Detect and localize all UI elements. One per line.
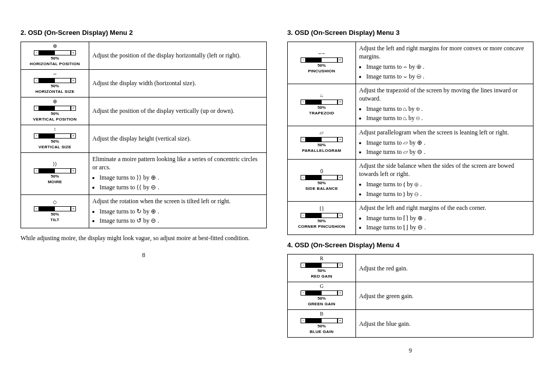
slider-tilt: ◇ -+ 50% TILT xyxy=(34,200,76,222)
section-heading-menu3: 3. OSD (On-Screen Display) Menu 3 xyxy=(287,29,533,36)
desc-cornerpin: Adjust the left and right margins of the… xyxy=(356,201,533,235)
section-heading-menu4: 4. OSD (On-Screen Display) Menu 4 xyxy=(287,241,533,249)
trapezoid-icon: ⏢ xyxy=(301,93,343,99)
slider-pincushion: ⌣⌢ -+ 50% PINCUSHION xyxy=(301,51,343,73)
slider-sidebalance: ⦅⦆ -+ 50% SIDE BALANCE xyxy=(301,169,343,191)
slider-cornerpin: ⌈⌉ -+ 50% CORNER PINCUSHION xyxy=(298,207,345,229)
table-row: ⊕ -+ 50% VERTICAL POSITION Adjust the po… xyxy=(21,97,267,125)
slider-hsize: ↔ -+ 50% HORIZONTAL SIZE xyxy=(34,72,76,94)
table-row: ⌣⌢ -+ 50% PINCUSHION Adjust the left and… xyxy=(288,42,533,84)
desc-trapezoid: Adjust the trapezoid of the screen by mo… xyxy=(356,84,533,126)
redgain-icon: R xyxy=(301,257,343,262)
slider-trapezoid: ⏢ -+ 50% TRAPEZOID xyxy=(301,93,343,115)
slider-moire: ⟩⟩ -+ 50% MOIRE xyxy=(34,162,76,184)
hsize-icon: ↔ xyxy=(34,72,76,77)
vpos-icon: ⊕ xyxy=(33,100,76,105)
section-heading-menu2: 2. OSD (On-Screen Display) Menu 2 xyxy=(21,29,267,36)
table-row: G -+ 50% GREEN GAIN Adjust the green gai… xyxy=(288,282,533,310)
page-number-left: 8 xyxy=(21,251,267,259)
table-row: R -+ 50% RED GAIN Adjust the red gain. xyxy=(288,254,533,282)
table-row: ▱ -+ 50% PARALLELOGRAM Adjust parallelog… xyxy=(288,126,533,160)
slider-greengain: G -+ 50% GREEN GAIN xyxy=(301,284,343,306)
table-row: B -+ 50% BLUE GAIN Adjust the blue gain. xyxy=(288,310,533,338)
desc-pincushion: Adjust the left and right margins for mo… xyxy=(356,42,533,84)
slider-parallelogram: ▱ -+ 50% PARALLELOGRAM xyxy=(301,131,343,153)
slider-redgain: R -+ 50% RED GAIN xyxy=(301,257,343,279)
pincushion-icon: ⌣⌢ xyxy=(301,51,343,56)
desc-hsize: Adjust the display width (horizontal siz… xyxy=(89,70,267,97)
desc-vpos: Adjust the position of the display verti… xyxy=(89,97,267,125)
table-row: ↔ -+ 50% HORIZONTAL SIZE Adjust the disp… xyxy=(21,70,267,97)
desc-hpos: Adjust the position of the display horiz… xyxy=(89,42,267,70)
desc-parallelogram: Adjust parallelogram when the screen is … xyxy=(356,126,533,160)
table-row: ⦅⦆ -+ 50% SIDE BALANCE Adjust the side b… xyxy=(288,160,533,202)
sidebalance-icon: ⦅⦆ xyxy=(301,169,343,174)
page-number-right: 9 xyxy=(287,347,533,355)
desc-moire: Eliminate a moire pattern looking like a… xyxy=(89,153,267,195)
table-row: ⌈⌉ -+ 50% CORNER PINCUSHION Adjust the l… xyxy=(288,201,533,235)
desc-tilt: Adjust the rotation when the screen is t… xyxy=(89,194,267,228)
table-row: ⏢ -+ 50% TRAPEZOID Adjust the trapezoid … xyxy=(288,84,533,126)
table-row: ◇ -+ 50% TILT Adjust the rotation when t… xyxy=(21,194,267,228)
desc-sidebalance: Adjust the side balance when the sides o… xyxy=(356,160,533,202)
slider-hpos: ⊕ -+ 50% HORIZONTAL POSITION xyxy=(30,44,80,66)
desc-vsize: Adjust the display height (vertical size… xyxy=(89,125,267,153)
slider-vpos: ⊕ -+ 50% VERTICAL POSITION xyxy=(33,100,76,122)
osd-table-menu3: ⌣⌢ -+ 50% PINCUSHION Adjust the left and… xyxy=(287,42,533,235)
document-spread: 2. OSD (On-Screen Display) Menu 2 ⊕ -+ 5… xyxy=(0,0,554,365)
page-right: 3. OSD (On-Screen Display) Menu 3 ⌣⌢ -+ … xyxy=(287,26,533,355)
vsize-icon: ↕ xyxy=(34,127,76,132)
table-row: ⟩⟩ -+ 50% MOIRE Eliminate a moire patter… xyxy=(21,153,267,195)
hpos-icon: ⊕ xyxy=(30,44,80,49)
greengain-icon: G xyxy=(301,284,343,289)
tilt-icon: ◇ xyxy=(34,200,76,205)
desc-greengain: Adjust the green gain. xyxy=(356,282,533,310)
table-row: ⊕ -+ 50% HORIZONTAL POSITION Adjust the … xyxy=(21,42,267,70)
desc-bluegain: Adjust the blue gain. xyxy=(356,310,533,338)
osd-table-menu2: ⊕ -+ 50% HORIZONTAL POSITION Adjust the … xyxy=(21,42,267,228)
slider-vsize: ↕ -+ 50% VERTICAL SIZE xyxy=(34,127,76,149)
parallelogram-icon: ▱ xyxy=(301,131,343,136)
slider-bluegain: B -+ 50% BLUE GAIN xyxy=(301,312,343,334)
bluegain-icon: B xyxy=(301,312,343,317)
cornerpin-icon: ⌈⌉ xyxy=(298,207,345,212)
moire-icon: ⟩⟩ xyxy=(34,162,76,167)
osd-table-menu4: R -+ 50% RED GAIN Adjust the red gain. G… xyxy=(287,254,533,338)
moire-note: While adjusting moire, the display might… xyxy=(21,234,267,242)
desc-redgain: Adjust the red gain. xyxy=(356,254,533,282)
table-row: ↕ -+ 50% VERTICAL SIZE Adjust the displa… xyxy=(21,125,267,153)
page-left: 2. OSD (On-Screen Display) Menu 2 ⊕ -+ 5… xyxy=(21,26,267,355)
